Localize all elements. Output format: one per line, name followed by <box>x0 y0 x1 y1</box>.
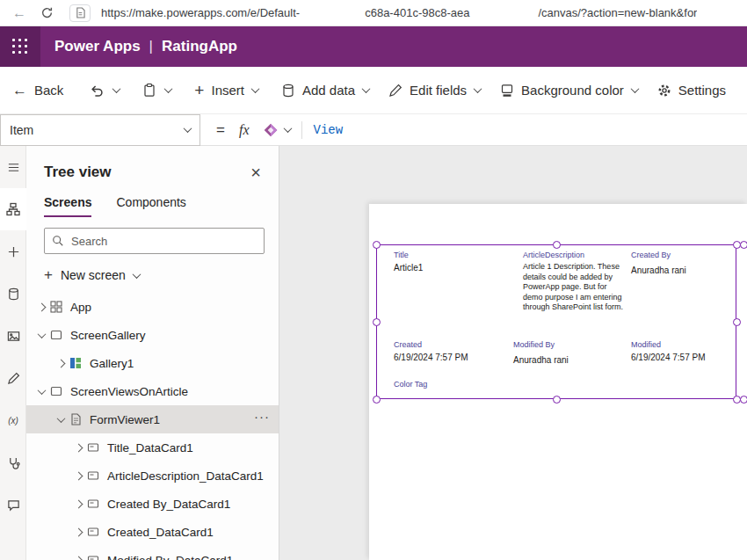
resize-handle-bottom-center[interactable] <box>553 396 561 404</box>
resize-handle-middle-left[interactable] <box>373 318 381 326</box>
plus-icon: + <box>194 82 204 98</box>
tree-item-formviewer1[interactable]: FormViewer1 ··· <box>26 405 279 433</box>
studio-toolbar: ← Back + Insert Add data Edit fields Bac… <box>0 67 747 114</box>
more-options-icon[interactable]: ··· <box>254 409 270 424</box>
browser-refresh-icon[interactable] <box>40 6 54 19</box>
site-info-icon[interactable] <box>69 4 91 22</box>
back-button[interactable]: ← Back <box>12 83 63 98</box>
tree-item-label: ArticleDescription_DataCard1 <box>107 469 264 483</box>
tree-item-label: Title_DataCard1 <box>107 441 193 455</box>
add-data-label: Add data <box>302 83 355 98</box>
chevron-right-icon[interactable] <box>70 473 86 479</box>
chevron-right-icon[interactable] <box>33 304 49 310</box>
formula-bar: Item = fx View <box>0 114 747 146</box>
new-screen-label: New screen <box>61 268 126 282</box>
tree-item-created-datacard1[interactable]: Created_DataCard1 <box>26 518 279 546</box>
insert-label: Insert <box>211 83 244 98</box>
app-name[interactable]: RatingApp <box>162 38 237 55</box>
tree-item-articledescription-datacard1[interactable]: ArticleDescription_DataCard1 <box>26 462 279 490</box>
settings-button[interactable]: Settings <box>657 83 726 98</box>
equals-sign: = <box>216 121 225 139</box>
property-selector[interactable]: Item <box>0 114 200 146</box>
chevron-down-icon <box>630 84 639 93</box>
search-input[interactable] <box>71 235 247 248</box>
divider <box>301 121 302 139</box>
data-icon[interactable] <box>0 273 26 315</box>
database-icon <box>281 84 295 98</box>
datacard-icon <box>86 526 100 538</box>
variables-icon[interactable]: (x) <box>0 399 26 441</box>
tree-item-label: Created By_DataCard1 <box>107 498 230 511</box>
screen-icon <box>49 385 63 397</box>
comments-icon[interactable] <box>0 484 26 526</box>
tree-tabs: Screens Components <box>44 195 279 217</box>
back-arrow-icon: ← <box>12 83 27 98</box>
undo-button[interactable] <box>90 83 105 98</box>
advanced-tools-icon[interactable] <box>0 357 26 399</box>
address-bar[interactable]: https://make.powerapps.com/e/Default- c6… <box>91 6 697 19</box>
chevron-right-icon[interactable] <box>53 360 69 367</box>
menu-icon[interactable] <box>0 146 26 188</box>
tree-item-screenviewsonarticle[interactable]: ScreenViewsOnArticle <box>26 377 279 405</box>
resize-handle-top-left[interactable] <box>373 241 381 249</box>
url-segment: c68a-401c-98c8-aea <box>365 6 469 19</box>
tab-components[interactable]: Components <box>116 195 185 217</box>
back-label: Back <box>34 83 63 98</box>
chevron-right-icon[interactable] <box>70 557 86 560</box>
app-header: Power Apps | RatingApp <box>0 26 747 67</box>
datacard-icon <box>86 469 100 482</box>
app-checker-icon[interactable] <box>0 441 26 484</box>
paste-dropdown-chevron-icon[interactable] <box>165 87 171 93</box>
tree-item-createdby-datacard1[interactable]: Created By_DataCard1 <box>26 490 279 518</box>
undo-dropdown-chevron-icon[interactable] <box>113 87 120 93</box>
paste-button[interactable] <box>142 83 156 98</box>
tree-item-label: Gallery1 <box>90 357 134 370</box>
tree-item-label: Created_DataCard1 <box>107 526 214 539</box>
screen-edge-handle-top[interactable] <box>740 241 747 249</box>
tree-item-label: FormViewer1 <box>90 413 160 426</box>
new-screen-button[interactable]: + New screen <box>44 266 279 284</box>
search-box[interactable] <box>44 228 265 254</box>
search-icon <box>52 235 64 247</box>
chevron-down-icon[interactable] <box>33 389 49 395</box>
chevron-right-icon[interactable] <box>70 529 86 535</box>
chevron-down-icon <box>132 270 141 279</box>
tree-item-app[interactable]: App <box>26 293 279 321</box>
waffle-icon[interactable] <box>0 26 40 67</box>
chevron-right-icon[interactable] <box>70 501 86 507</box>
datacard-icon <box>86 554 100 560</box>
screen-edge-handle-bottom[interactable] <box>740 396 747 404</box>
resize-handle-top-center[interactable] <box>553 241 561 249</box>
close-icon[interactable]: × <box>250 164 261 181</box>
tree-item-label: ScreenGallery <box>70 329 146 342</box>
tree-item-modifiedby-datacard1[interactable]: Modified By_DataCard1 <box>26 546 279 560</box>
media-icon[interactable] <box>0 315 26 357</box>
insert-icon[interactable] <box>0 230 26 273</box>
gear-icon <box>657 84 671 98</box>
insert-button[interactable]: + Insert <box>194 82 258 98</box>
resize-handle-bottom-left[interactable] <box>373 396 381 404</box>
chevron-right-icon[interactable] <box>70 445 86 451</box>
background-color-button[interactable]: Background color <box>500 83 638 98</box>
chevron-down-icon[interactable] <box>33 332 49 338</box>
resize-handle-middle-right[interactable] <box>733 318 741 326</box>
browser-back-icon[interactable]: ← <box>12 5 26 21</box>
datacard-icon <box>86 441 100 454</box>
title-divider: | <box>149 38 153 55</box>
tree-item-screengallery[interactable]: ScreenGallery <box>26 321 279 349</box>
tree-item-title-datacard1[interactable]: Title_DataCard1 <box>26 433 279 462</box>
edit-fields-button[interactable]: Edit fields <box>388 83 481 98</box>
main-workspace: (x) Tree view × Screens Components + New… <box>0 146 747 560</box>
app-icon <box>49 301 63 313</box>
left-rail: (x) <box>0 146 26 560</box>
add-data-button[interactable]: Add data <box>281 83 369 98</box>
panel-title: Tree view <box>44 164 112 181</box>
chevron-down-icon[interactable] <box>53 417 69 423</box>
tab-screens[interactable]: Screens <box>44 195 91 217</box>
tree-item-gallery1[interactable]: Gallery1 <box>26 349 279 377</box>
function-dropdown[interactable] <box>263 122 291 138</box>
tree-view-icon[interactable] <box>0 188 26 230</box>
variables-glyph: (x) <box>8 416 18 425</box>
formula-input[interactable]: View <box>313 123 343 137</box>
undo-icon <box>90 83 105 98</box>
